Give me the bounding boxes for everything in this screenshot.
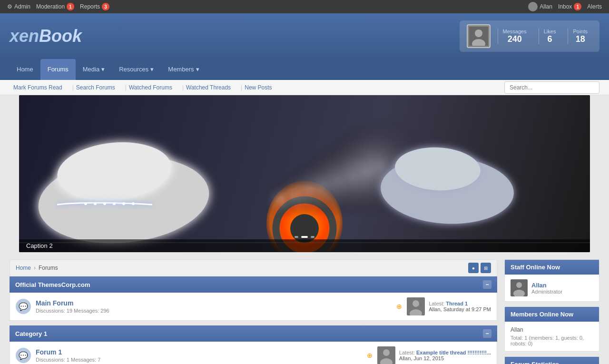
breadcrumb-current: Forums (39, 265, 58, 271)
category-header-official[interactable]: Official ThemesCorp.com − (10, 276, 497, 293)
svg-point-4 (413, 300, 419, 307)
staff-avatar (511, 279, 528, 296)
svg-point-10 (516, 282, 522, 288)
forum-row-2: 💬 Forum 1 Discussions: 1 Messages: 7 ⊕ (10, 342, 497, 364)
forum-info: Main Forum Discussions: 19 Messages: 296 (36, 299, 392, 314)
dot-2[interactable] (301, 236, 308, 238)
forum-latest-2: Latest: Example title thread !!!!!!!!!!!… (377, 346, 491, 364)
sidebar: Staff Online Now Allan Administrator (504, 259, 599, 364)
nav-item-forums[interactable]: Forums (40, 59, 76, 80)
hero-caption: Caption 2 (19, 239, 590, 252)
new-posts-link[interactable]: New Posts (237, 84, 275, 91)
chevron-down-icon: ▾ (196, 66, 199, 73)
staff-online-body: Allan Administrator (505, 275, 599, 301)
grid-icon: ⊞ (484, 266, 488, 271)
reports-badge: 3 (102, 3, 109, 10)
forum-info-2: Forum 1 Discussions: 1 Messages: 7 (36, 348, 362, 363)
forum-status-icon: 💬 (16, 299, 31, 314)
minus-icon: − (485, 281, 489, 288)
hero-section: Caption 2 (0, 95, 609, 252)
main-navigation: Home Forums Media ▾ Resources ▾ Members … (0, 59, 609, 80)
rss-icon-2[interactable]: ⊕ (367, 352, 373, 359)
gear-icon: ⚙ (7, 3, 12, 10)
svg-point-7 (383, 349, 390, 356)
chevron-down-icon: ▾ (150, 66, 154, 73)
dot-3[interactable] (311, 236, 314, 238)
search-forums-link[interactable]: Search Forums (69, 84, 119, 91)
hero-banner: Caption 2 (19, 95, 590, 252)
forum-stats-widget: Forum Statistics (504, 356, 599, 364)
latest-info-2: Latest: Example title thread !!!!!!!!!!!… (399, 350, 491, 361)
members-online-widget: Members Online Now Allan Total: 1 (membe… (504, 306, 599, 352)
admin-bar-right: Allan Inbox 1 Alerts (528, 2, 602, 11)
mark-forums-read-link[interactable]: Mark Forums Read (10, 84, 66, 91)
forum-read-icon-2: 💬 (19, 351, 28, 360)
members-online-body: Allan Total: 1 (members: 1, guests: 0, r… (505, 322, 599, 351)
latest-info: Latest: Thread 1 Allan, Saturday at 9:27… (429, 301, 491, 312)
online-member-name[interactable]: Allan (511, 326, 593, 333)
staff-name[interactable]: Allan (531, 282, 562, 289)
latest-avatar (407, 297, 425, 315)
watched-forums-link[interactable]: Watched Forums (121, 84, 176, 91)
forum-read-icon: 💬 (19, 302, 28, 311)
chevron-down-icon: ▾ (101, 66, 105, 73)
reports-link[interactable]: Reports 3 (80, 3, 109, 10)
collapse-all-button[interactable]: ● (468, 263, 479, 273)
breadcrumb-separator: › (34, 265, 36, 271)
forum-main: Home › Forums ● ⊞ Official ThemesCorp.co… (10, 259, 497, 364)
site-logo[interactable]: xenBook (10, 26, 82, 46)
staff-online-header: Staff Online Now (505, 260, 599, 275)
search-box (504, 81, 599, 94)
nav-item-home[interactable]: Home (10, 59, 40, 80)
members-total: Total: 1 (members: 1, guests: 0, robots:… (511, 335, 593, 346)
dot-1[interactable] (295, 236, 298, 238)
latest-avatar-2 (377, 346, 395, 364)
user-menu[interactable]: Allan (528, 2, 552, 11)
staff-details: Allan Administrator (531, 282, 562, 295)
category-1-collapse-button[interactable]: − (483, 329, 491, 338)
site-header: xenBook Messages 240 Likes 6 Points 18 (0, 13, 609, 59)
collapse-icon: ● (472, 266, 475, 271)
forum-meta: Discussions: 19 Messages: 296 (36, 308, 392, 314)
search-input[interactable] (504, 81, 599, 94)
forum-status-icon-2: 💬 (16, 348, 31, 363)
admin-bar-left: ⚙ Admin Moderation 1 Reports 3 (7, 3, 109, 10)
forum-name-link[interactable]: Main Forum (36, 299, 73, 307)
moderation-link[interactable]: Moderation 1 (36, 3, 74, 10)
nav-item-media[interactable]: Media ▾ (76, 59, 112, 80)
forum-row: 💬 Main Forum Discussions: 19 Messages: 2… (10, 293, 497, 321)
hero-canvas (19, 95, 590, 252)
category-header-1[interactable]: Category 1 − (10, 325, 497, 342)
messages-stat: Messages 240 (498, 29, 531, 44)
hero-dots (295, 236, 314, 238)
category-collapse-button[interactable]: − (483, 280, 491, 289)
nav-item-members[interactable]: Members ▾ (161, 59, 206, 80)
sub-nav-links: Mark Forums Read Search Forums Watched F… (10, 84, 276, 91)
staff-online-widget: Staff Online Now Allan Administrator (504, 259, 599, 302)
latest-thread-link[interactable]: Thread 1 (446, 301, 468, 306)
breadcrumb-home[interactable]: Home (16, 265, 31, 271)
staff-role: Administrator (531, 289, 562, 295)
watched-threads-link[interactable]: Watched Threads (178, 84, 235, 91)
breadcrumb: Home › Forums (16, 265, 58, 271)
latest-thread-link-2[interactable]: Example title thread !!!!!!!!!!!... (416, 350, 491, 355)
points-stat: Points 18 (568, 29, 592, 44)
admin-link[interactable]: ⚙ Admin (7, 3, 30, 10)
avatar[interactable] (467, 24, 491, 48)
view-toggle-button[interactable]: ⊞ (481, 263, 491, 273)
category-1: Category 1 − 💬 Forum 1 Discussions: 1 Me… (10, 325, 497, 364)
latest-user-2: Allan, Jun 12, 2015 (399, 355, 491, 361)
user-stats-bar: Messages 240 Likes 6 Points 18 (460, 20, 599, 52)
forum-1-name-link[interactable]: Forum 1 (36, 348, 62, 356)
alerts-link[interactable]: Alerts (587, 3, 602, 10)
admin-bar: ⚙ Admin Moderation 1 Reports 3 Allan Inb… (0, 0, 609, 13)
inbox-badge: 1 (574, 3, 581, 10)
svg-point-1 (475, 30, 482, 37)
latest-user: Allan, Saturday at 9:27 PM (429, 306, 491, 312)
sub-navigation: Mark Forums Read Search Forums Watched F… (0, 80, 609, 95)
nav-item-resources[interactable]: Resources ▾ (112, 59, 161, 80)
category-official: Official ThemesCorp.com − 💬 Main Forum D… (10, 276, 497, 321)
inbox-link[interactable]: Inbox 1 (558, 3, 581, 10)
rss-icon[interactable]: ⊕ (396, 303, 402, 310)
members-online-header: Members Online Now (505, 307, 599, 322)
